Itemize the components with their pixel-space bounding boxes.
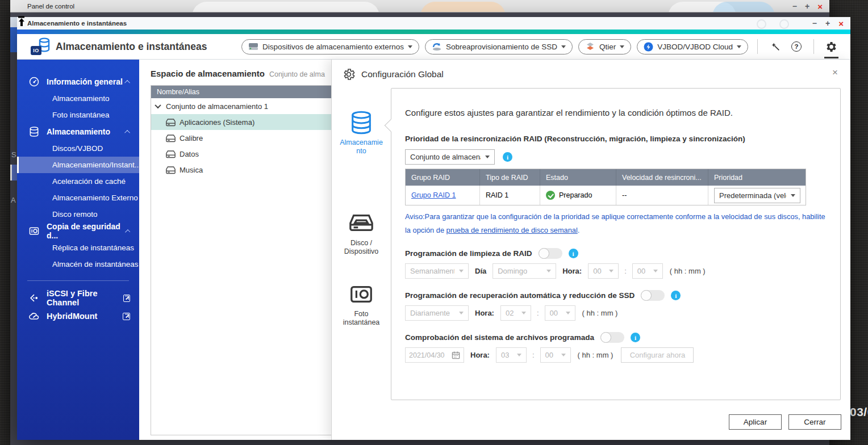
sidebar-item-almacenamiento[interactable]: Almacenamiento: [17, 90, 139, 107]
volume-icon: [166, 118, 176, 127]
pool-select[interactable]: Conjunto de almacenar: [405, 149, 495, 165]
background-text-fragment: S: [11, 150, 16, 159]
tab-foto-instantanea[interactable]: Foto instantánea: [332, 281, 391, 327]
help-button[interactable]: ?: [788, 38, 804, 55]
chevron-down-icon: [561, 45, 566, 48]
sidebar-item-almacenamiento-instantaneas[interactable]: Almacenamiento/Instant...: [17, 157, 139, 173]
sidebar-link-iscsi[interactable]: iSCSI y Fibre Channel: [17, 289, 139, 307]
window-titlebar[interactable]: Almacenamiento e instantáneas − + ×: [17, 17, 850, 30]
snapshot-camera-icon: [348, 281, 374, 307]
colon-separator: :: [532, 351, 535, 359]
sidebar-group-backup[interactable]: Copia de seguridad d...: [17, 222, 139, 240]
weekly-test-link[interactable]: prueba de rendimiento de disco semanal: [446, 226, 578, 234]
desktop-ghost-shape: [712, 2, 775, 12]
panel-title: Configuración Global: [361, 69, 444, 79]
day-label: Día: [475, 267, 486, 275]
settings-intro-text: Configure estos ajustes para garantizar …: [405, 108, 827, 117]
minimize-button[interactable]: −: [812, 19, 817, 27]
gear-icon: [825, 40, 838, 53]
scrub-minute-select[interactable]: 00: [632, 263, 663, 279]
window-title: Almacenamiento e instantáneas: [27, 20, 127, 27]
divider: [813, 39, 814, 54]
raid-status: Preparado: [559, 191, 592, 199]
raid-group-link[interactable]: Grupo RAID 1: [411, 191, 456, 199]
divider: [757, 39, 758, 54]
tab-disco-dispositivo[interactable]: Disco / Dispositivo: [332, 210, 391, 256]
magic-wand-icon: [769, 40, 781, 53]
sidebar-item-discos-vjbod[interactable]: Discos/VJBOD: [17, 140, 139, 157]
volume-icon: [166, 150, 176, 158]
apply-button[interactable]: Aplicar: [729, 414, 782, 430]
qtier-icon: [585, 42, 595, 51]
hour-label: Hora:: [562, 267, 582, 275]
configure-now-button[interactable]: Configurar ahora: [621, 347, 694, 363]
wizard-button[interactable]: [767, 38, 783, 55]
accent-gradient-bar: [17, 30, 850, 34]
minimize-button[interactable]: −: [792, 2, 797, 10]
close-button[interactable]: ×: [817, 2, 823, 11]
scrub-hour-select[interactable]: 00: [588, 263, 619, 279]
mouse-cursor-icon: [17, 16, 26, 27]
scrub-frequency-select[interactable]: Semanalmente: [405, 263, 469, 279]
fsck-hour-select[interactable]: 03: [496, 347, 527, 363]
scrub-day-select[interactable]: Domingo: [493, 263, 556, 279]
desktop-ghost-shape: [192, 2, 379, 12]
divider: [27, 280, 129, 281]
sidebar-item-almacen-instantaneas[interactable]: Almacén de instantáneas: [17, 256, 139, 272]
qtier-menu[interactable]: Qtier: [578, 39, 631, 54]
chevron-down-icon: [737, 45, 741, 48]
sidebar-item-foto-instantanea[interactable]: Foto instantánea: [17, 107, 139, 123]
sidebar: Información general Almacenamiento Foto …: [17, 60, 139, 440]
volume-icon: [166, 166, 176, 174]
storage-app-icon: IO: [31, 37, 51, 56]
control-panel-titlebar[interactable]: Panel de control − + ×: [10, 0, 829, 12]
info-icon[interactable]: i: [569, 249, 578, 258]
fsck-minute-select[interactable]: 00: [540, 347, 571, 363]
global-settings-button[interactable]: [823, 38, 839, 55]
colon-separator: :: [624, 267, 627, 275]
raid-groups-table: Grupo RAID Tipo de RAID Estado Velocidad…: [405, 169, 806, 205]
sidebar-item-almacenamiento-externo[interactable]: Almacenamiento Externo: [17, 190, 139, 206]
chevron-up-icon: [124, 129, 130, 135]
close-button[interactable]: ×: [838, 19, 844, 28]
chevron-up-icon: [124, 79, 130, 85]
sidebar-item-replica-instantaneas[interactable]: Réplica de instantáneas: [17, 240, 139, 256]
close-button[interactable]: Cerrar: [788, 414, 841, 430]
database-icon: [28, 126, 40, 137]
raid-scrubbing-toggle[interactable]: [539, 248, 562, 259]
sidebar-link-hybridmount[interactable]: HybridMount: [17, 307, 139, 325]
ssd-trim-toggle[interactable]: [641, 290, 665, 301]
close-icon[interactable]: ×: [832, 68, 838, 77]
sidebar-group-storage[interactable]: Almacenamiento: [17, 123, 139, 140]
trim-minute-select[interactable]: 00: [545, 305, 575, 321]
app-header: IO Almacenamiento e instantáneas Disposi…: [17, 34, 850, 60]
maximize-button[interactable]: +: [825, 19, 830, 27]
tree-expander-icon[interactable]: [155, 102, 161, 108]
info-icon[interactable]: i: [631, 333, 640, 342]
panel-subtitle: Conjunto de alma: [269, 70, 325, 78]
trim-frequency-select[interactable]: Diariamente: [405, 305, 469, 321]
external-drive-icon: [248, 43, 258, 51]
info-icon[interactable]: i: [671, 291, 681, 300]
help-icon: ?: [791, 41, 802, 52]
vjbod-cloud-menu[interactable]: VJBOD/VJBOD Cloud: [637, 39, 748, 54]
priority-select[interactable]: Predeterminada (veloc...: [714, 188, 800, 203]
app-title: Almacenamiento e instantáneas: [56, 41, 207, 53]
sidebar-item-disco-remoto[interactable]: Disco remoto: [17, 206, 139, 222]
trim-hour-select[interactable]: 02: [500, 305, 531, 321]
maximize-button[interactable]: +: [805, 2, 809, 10]
sidebar-item-aceleracion-cache[interactable]: Aceleración de caché: [17, 173, 139, 190]
iscsi-icon: [28, 292, 40, 304]
disk-device-icon: [348, 210, 374, 236]
time-format-hint: ( hh : mm ): [578, 351, 614, 359]
info-icon[interactable]: i: [503, 152, 512, 162]
global-settings-panel: Configuración Global × Almacenamiento Di…: [331, 60, 850, 440]
raid-scrubbing-label: Programación de limpieza de RAID: [405, 249, 532, 258]
ssd-overprovisioning-menu[interactable]: Sobreaprovisionamiento de SSD: [425, 39, 573, 54]
raid-type: RAID 1: [479, 186, 540, 205]
tab-almacenamiento[interactable]: Almacenamiento: [332, 110, 391, 156]
external-storage-devices-menu[interactable]: Dispositivos de almacenamiento externos: [241, 39, 419, 54]
sidebar-group-overview[interactable]: Información general: [17, 73, 139, 90]
fs-check-date-input[interactable]: 2021/04/30: [405, 347, 464, 363]
fs-check-toggle[interactable]: [600, 332, 624, 343]
